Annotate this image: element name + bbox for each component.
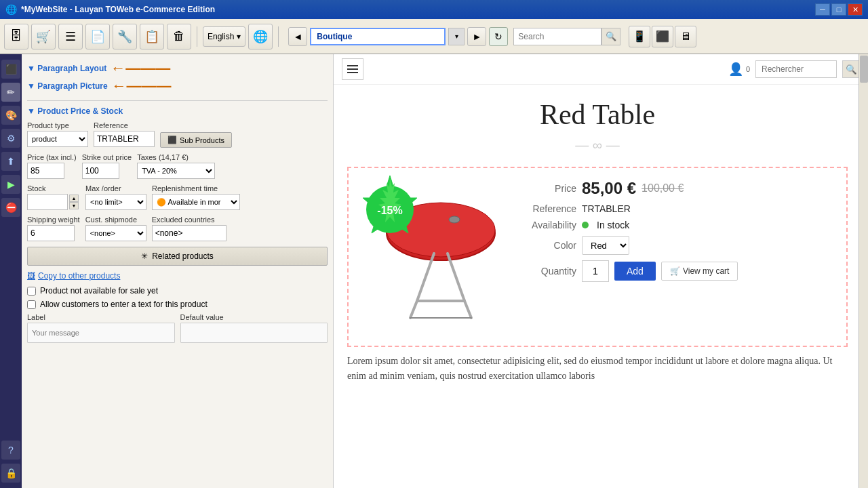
sidebar-lock-icon[interactable]: 🔒	[1, 464, 20, 483]
stock-down-button[interactable]: ▼	[69, 202, 79, 209]
product-type-select[interactable]: product service digital	[27, 131, 88, 147]
desktop-view-button[interactable]: 🖥	[675, 26, 696, 47]
svg-text:-15%: -15%	[377, 205, 402, 216]
toolbar-list-button[interactable]: ☰	[58, 24, 83, 49]
quantity-input[interactable]	[582, 260, 609, 282]
sub-products-icon: ⬛	[167, 136, 177, 144]
taxes-select[interactable]: TVA - 20% TVA - 10%	[137, 163, 215, 179]
add-to-cart-button[interactable]: Add	[614, 262, 656, 281]
toolbar-page-button[interactable]: 📄	[85, 24, 110, 49]
sidebar-stop-icon[interactable]: ⛔	[1, 198, 20, 217]
replenishment-label: Replenishment time	[152, 184, 240, 192]
tablet-view-button[interactable]: ⬛	[652, 26, 673, 47]
related-products-button[interactable]: ✳ Related products	[27, 247, 328, 266]
color-select[interactable]: Red Blue Black	[582, 236, 629, 255]
person-icon: 👤	[728, 62, 743, 77]
sidebar-publish-icon[interactable]: ⬆	[1, 152, 20, 171]
price-input[interactable]	[27, 163, 64, 179]
main-content: ⬛ ✏ 🎨 ⚙ ⬆ ▶ ⛔ ? 🔒 ▼ Paragraph Layout ←——…	[0, 54, 868, 488]
minimize-button[interactable]: ─	[815, 3, 830, 16]
close-button[interactable]: ✕	[848, 3, 863, 16]
nav-forward-button[interactable]: ►	[467, 27, 486, 46]
preview-nav: 👤 0 🔍	[334, 54, 868, 85]
stock-input[interactable]	[27, 194, 68, 210]
label-group: Label	[27, 313, 175, 343]
preview-scrollbar[interactable]	[859, 54, 868, 488]
sidebar-pages-icon[interactable]: ⬛	[1, 60, 20, 79]
product-type-group: Product type product service digital	[27, 121, 88, 147]
shipping-input[interactable]	[27, 225, 75, 241]
view-cart-button[interactable]: 🛒 View my cart	[661, 262, 738, 281]
sub-products-label: Sub Products	[180, 136, 224, 144]
product-type-row: Product type product service digital Ref…	[27, 121, 328, 148]
excluded-input[interactable]	[152, 225, 226, 241]
hamburger-line	[347, 72, 358, 73]
preview-search-button[interactable]: 🔍	[842, 60, 860, 78]
stock-up-button[interactable]: ▲	[69, 195, 79, 202]
preview-search-input[interactable]	[755, 60, 837, 78]
price-row: Price 85,00 € 100,00 €	[522, 179, 835, 198]
cust-ship-select[interactable]: <none>	[85, 225, 146, 241]
nav-back-button[interactable]: ◄	[288, 27, 307, 46]
reference-input[interactable]	[94, 131, 155, 147]
language-selector[interactable]: English ▾	[203, 26, 245, 47]
url-bar: ◄ Boutique ▾ ► ↻	[288, 26, 508, 47]
hamburger-line	[347, 65, 358, 66]
sidebar-options-icon[interactable]: ⚙	[1, 129, 20, 148]
sidebar-edit-icon[interactable]: ✏	[1, 83, 20, 102]
url-input[interactable]: Boutique	[310, 28, 446, 45]
discount-badge: -15%	[353, 172, 427, 249]
toolbar-files-button[interactable]: 🗄	[4, 24, 28, 49]
toolbar-clipboard-button[interactable]: 📋	[140, 24, 164, 49]
sidebar-theme-icon[interactable]: 🎨	[1, 106, 20, 125]
max-order-select[interactable]: <no limit> 1 2 5	[85, 194, 146, 210]
toolbar-trash-button[interactable]: 🗑	[167, 24, 191, 49]
paragraph-layout-header[interactable]: ▼ Paragraph Layout	[27, 61, 106, 76]
left-panel: ▼ Paragraph Layout ←——— ▼ Paragraph Pict…	[22, 54, 334, 488]
strike-label: Strike out price	[82, 153, 132, 161]
url-dropdown-button[interactable]: ▾	[448, 28, 465, 45]
reference-detail-row: Reference TRTABLER	[522, 203, 835, 214]
title-bar-icon: 🌐	[5, 4, 17, 15]
max-order-label: Max /order	[85, 184, 146, 192]
stock-dot-icon	[582, 222, 589, 228]
hamburger-button[interactable]	[342, 58, 363, 80]
paragraph-picture-header[interactable]: ▼ Paragraph Picture	[27, 79, 108, 94]
product-details: Price 85,00 € 100,00 € Reference TRTABLE…	[522, 179, 835, 335]
label-input[interactable]	[27, 323, 175, 343]
max-order-group: Max /order <no limit> 1 2 5	[85, 184, 146, 210]
toolbar-separator	[197, 26, 197, 47]
toolbar-separator2	[278, 26, 279, 47]
sidebar-preview-icon[interactable]: ▶	[1, 175, 20, 194]
scrollbar-thumb[interactable]	[860, 56, 868, 83]
phone-view-button[interactable]: 📱	[629, 26, 650, 47]
search-input[interactable]	[513, 28, 601, 45]
strike-input[interactable]	[82, 163, 119, 179]
shipping-group: Shipping weight	[27, 216, 80, 241]
not-available-checkbox[interactable]	[27, 287, 36, 296]
sub-products-button[interactable]: ⬛ Sub Products	[160, 132, 232, 148]
cart-area: 👤 0	[728, 62, 750, 77]
refresh-button[interactable]: ↻	[489, 27, 508, 46]
globe-button[interactable]: 🌐	[248, 24, 273, 49]
divider: — ∞ —	[347, 138, 848, 153]
toolbar-settings-button[interactable]: 🔧	[113, 24, 137, 49]
quantity-row: Quantity Add 🛒 View my cart	[522, 260, 835, 282]
sidebar-help-icon[interactable]: ?	[1, 441, 20, 460]
allow-text-checkbox[interactable]	[27, 300, 36, 309]
product-price-stock-section: ▼ Product Price & Stock Product type pro…	[27, 100, 328, 343]
hamburger-line	[347, 68, 358, 70]
preview-text-section: Lorem ipsum dolor sit amet, consectetur …	[347, 354, 848, 384]
price-row: Price (tax incl.) Strike out price Taxes…	[27, 153, 328, 179]
maximize-button[interactable]: □	[831, 3, 846, 16]
toolbar-shop-button[interactable]: 🛒	[31, 24, 56, 49]
replenishment-select[interactable]: 🟠 Available in mor	[152, 194, 240, 210]
title-bar: 🌐 *MyWebSite - Lauyan TOWeb e-Commerce E…	[0, 0, 868, 19]
default-value-input[interactable]	[180, 323, 328, 343]
search-button[interactable]: 🔍	[601, 28, 620, 45]
product-section-title: ▼ Product Price & Stock	[27, 104, 328, 121]
cart-icon: 🛒	[670, 266, 680, 276]
copy-to-products-link[interactable]: 🖼 Copy to other products	[27, 271, 328, 281]
copy-link-label: Copy to other products	[38, 271, 120, 281]
stock-spinner-wrapper: ▲ ▼	[27, 194, 80, 210]
